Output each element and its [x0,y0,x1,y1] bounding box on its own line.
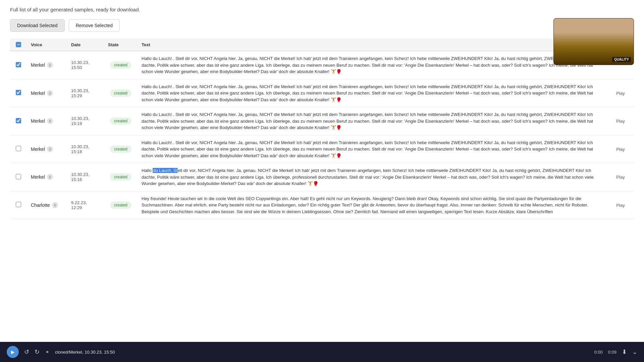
video-placeholder: QUALITY [554,18,634,65]
video-overlay: QUALITY [553,18,634,65]
state-badge: created [110,145,131,153]
table-row: Merkeli10.30.23, 15:18createdHallo du La… [10,135,634,163]
row-checkbox[interactable] [16,62,21,67]
row-state-cell: created [104,163,138,191]
th-voice: Voice [27,39,67,51]
row-checkbox-cell [10,51,27,79]
row-text-cell: Hey freunde! Heute tauchen wir in die co… [138,191,607,219]
row-state-cell: created [104,79,138,107]
row-play-cell: Play [607,107,634,135]
samples-table-wrapper: − Voice Date State Text Merkeli10.30.23,… [10,39,634,219]
play-button[interactable]: Play [616,175,625,180]
row-state-cell: created [104,107,138,135]
voice-label: Merkel [31,90,45,96]
row-date-cell: 9.22.23, 12:29 [67,191,104,219]
voice-info-icon[interactable]: i [47,146,53,152]
samples-table: − Voice Date State Text Merkeli10.30.23,… [10,39,634,219]
page-container: Full list of all your generated samples,… [0,0,644,219]
voice-label: Charlotte [31,202,50,208]
row-text-cell: Hallo du Lauch!.. Stell dir vor, NICHT A… [138,135,607,163]
row-text-cell: Hallo du Lauch, Stell dir vor, NICHT Ang… [138,163,607,191]
state-badge: created [110,173,131,181]
th-text: Text [138,39,607,51]
row-text-content: Hallo du Lauch!.. Stell dir vor, NICHT A… [142,111,603,131]
row-text-cell: Hallo du Lauch!.. Stell dir vor, NICHT A… [138,79,607,107]
row-checkbox-cell [10,191,27,219]
row-text-content: Hallo du Lauch!.. Stell dir vor, NICHT A… [142,139,603,159]
row-text-content: Hallo du Lauch!.. Stell dir vor, NICHT A… [142,83,603,103]
table-row: Merkeli10.30.23, 15:29createdHallo du La… [10,79,634,107]
row-voice-cell: Merkeli [27,135,67,163]
table-body: Merkeli10.30.23, 15:50createdHallo du La… [10,51,634,219]
remove-selected-button[interactable]: Remove Selected [69,19,120,32]
row-play-cell: Play [607,79,634,107]
play-button[interactable]: Play [616,147,625,152]
th-state: State [104,39,138,51]
state-badge: created [110,61,131,69]
table-row: Merkeli10.30.23, 15:19createdHallo du La… [10,107,634,135]
state-badge: created [110,89,131,97]
play-button[interactable]: Play [616,203,625,208]
state-badge: created [110,117,131,125]
row-text-cell: Hallo du Lauch!.. Stell dir vor, NICHT A… [138,107,607,135]
voice-label: Merkel [31,146,45,152]
row-state-cell: created [104,51,138,79]
voice-info-icon[interactable]: i [47,118,53,124]
row-text-content: Hallo du Lauch, Stell dir vor, NICHT Ang… [142,167,603,187]
row-voice-cell: Merkeli [27,163,67,191]
table-header-row: − Voice Date State Text [10,39,634,51]
row-date-cell: 10.30.23, 15:18 [67,135,104,163]
play-button[interactable]: Play [616,119,625,124]
quality-badge: QUALITY [612,57,631,62]
row-play-cell: Play [607,163,634,191]
row-checkbox[interactable] [16,146,21,151]
voice-label: Merkel [31,118,45,124]
row-date-cell: 10.30.23, 15:29 [67,79,104,107]
voice-info-icon[interactable]: i [47,174,53,180]
row-date-cell: 10.30.23, 15:19 [67,107,104,135]
row-text-cell: Hallo du Lauch!.. Stell dir vor, NICHT A… [138,51,607,79]
row-text-content: Hey freunde! Heute tauchen wir in die co… [142,195,603,215]
voice-label: Merkel [31,174,45,180]
row-state-cell: created [104,135,138,163]
row-checkbox-cell [10,163,27,191]
row-text-content: Hallo du Lauch!.. Stell dir vor, NICHT A… [142,55,603,75]
row-state-cell: created [104,191,138,219]
table-row: Merkeli10.30.23, 15:16createdHallo du La… [10,163,634,191]
download-selected-button[interactable]: Download Selected [10,19,65,32]
row-voice-cell: Merkeli [27,107,67,135]
select-all-checkbox[interactable]: − [16,42,21,47]
voice-info-icon[interactable]: i [52,202,58,208]
th-checkbox: − [10,39,27,51]
row-checkbox[interactable] [16,118,21,123]
row-play-cell: Play [607,191,634,219]
th-date: Date [67,39,104,51]
voice-info-icon[interactable]: i [47,90,53,96]
row-checkbox-cell [10,135,27,163]
row-date-cell: 10.30.23, 15:50 [67,51,104,79]
toolbar: Download Selected Remove Selected [10,19,634,32]
video-face: QUALITY [554,18,634,65]
text-highlight-span: du Lauch, St [153,168,178,173]
row-voice-cell: Charlottei [27,191,67,219]
row-play-cell: Play [607,135,634,163]
play-button[interactable]: Play [616,91,625,96]
row-checkbox[interactable] [16,90,21,95]
table-row: Merkeli10.30.23, 15:50createdHallo du La… [10,51,634,79]
row-checkbox-cell [10,107,27,135]
row-voice-cell: Merkeli [27,79,67,107]
row-voice-cell: Merkeli [27,51,67,79]
table-row: Charlottei9.22.23, 12:29createdHey freun… [10,191,634,219]
row-checkbox[interactable] [16,174,21,179]
state-badge: created [110,201,131,209]
voice-label: Merkel [31,62,45,68]
page-subtitle: Full list of all your generated samples,… [10,7,634,12]
row-checkbox[interactable] [16,202,21,207]
voice-info-icon[interactable]: i [47,62,53,68]
row-checkbox-cell [10,79,27,107]
row-date-cell: 10.30.23, 15:16 [67,163,104,191]
